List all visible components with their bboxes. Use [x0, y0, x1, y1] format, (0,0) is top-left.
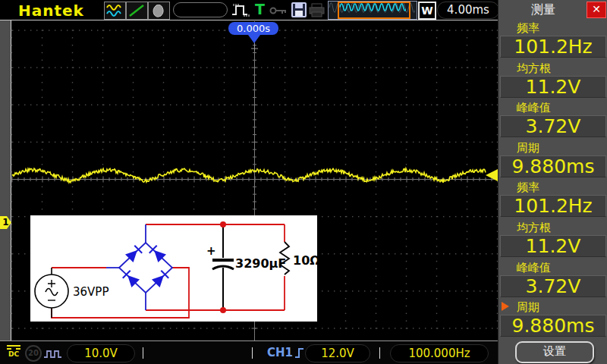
- w-mode-button[interactable]: W: [418, 2, 436, 20]
- measurement-label: 均方根: [498, 61, 607, 75]
- volts-per-div-readout[interactable]: 10.0V: [67, 344, 135, 362]
- divider: [252, 347, 253, 359]
- bottom-bar: DC 20 10.0V CH1 12.0V 100.000Hz: [0, 340, 498, 364]
- measurement-value: 11.2V: [500, 235, 606, 257]
- blob-icon: [149, 3, 168, 18]
- measurement-value: 101.2Hz: [500, 36, 606, 58]
- measure-sidebar: 测量 ✕ 频率101.2Hz均方根11.2V峰峰值3.72V周期9.880ms频…: [498, 0, 607, 364]
- oscilloscope-screen: Hantek T: [0, 0, 607, 364]
- lock-key-icon[interactable]: [269, 5, 291, 19]
- status-pill-empty: [173, 2, 228, 17]
- capacitor-polarity: +: [206, 244, 216, 258]
- resistor-label: 10Ω: [293, 253, 317, 268]
- circuit-inset: 36VPP + 3290µF 10Ω: [30, 215, 317, 322]
- trigger-t-indicator: T: [255, 1, 265, 17]
- channel-waveforms-button[interactable]: [104, 2, 126, 20]
- close-button[interactable]: ✕: [587, 2, 606, 18]
- waveform-preview-strip[interactable]: [328, 1, 417, 20]
- brand-logo: Hantek: [18, 2, 84, 20]
- hand-tool-button[interactable]: [148, 2, 170, 20]
- trigger-frequency-readout[interactable]: 100.000Hz: [390, 344, 489, 362]
- bandwidth-limit-icon[interactable]: 20: [25, 345, 42, 362]
- trigger-source-label[interactable]: CH1: [267, 346, 293, 359]
- cursor-line-button[interactable]: [126, 2, 148, 20]
- measurement-label: 峰峰值: [498, 261, 607, 275]
- source-label: 36VPP: [73, 285, 109, 299]
- circuit-schematic: 36VPP + 3290µF 10Ω: [30, 215, 317, 322]
- diagonal-line-icon: [127, 3, 146, 18]
- measurement-label: 周期: [498, 300, 607, 314]
- measurement-value: 101.2Hz: [500, 195, 606, 217]
- sidebar-header: 测量 ✕: [498, 0, 607, 19]
- measurement-label: 均方根: [498, 221, 607, 234]
- measurement-value: 11.2V: [500, 76, 606, 98]
- trigger-pulse-icon[interactable]: [231, 2, 252, 20]
- measurement-label: 周期: [498, 141, 607, 155]
- measurement-value: 9.880ms: [500, 315, 606, 337]
- selected-measure-arrow-icon: [502, 302, 509, 311]
- divider: [143, 347, 143, 359]
- trigger-position-pointer-icon[interactable]: [248, 35, 260, 43]
- printer-icon: [308, 2, 326, 18]
- measurement-label: 峰峰值: [498, 101, 607, 115]
- coupling-label: DC: [8, 350, 19, 358]
- measurement-label: 频率: [498, 180, 607, 194]
- capacitor-label: 3290µF: [235, 256, 286, 271]
- preview-cyan-wave: [339, 3, 406, 14]
- waveform-display: 1 0.000s: [0, 20, 498, 340]
- settings-button[interactable]: 设置: [515, 341, 594, 363]
- divider: [379, 347, 380, 359]
- measurement-value: 3.72V: [500, 115, 606, 137]
- top-bar: Hantek T: [0, 0, 498, 20]
- dual-wave-icon: [105, 3, 124, 18]
- measurement-label: 频率: [498, 21, 607, 35]
- squarewave-icon[interactable]: [43, 347, 64, 362]
- preview-selection-window[interactable]: [338, 2, 410, 19]
- floppy-disk-icon: [291, 2, 307, 18]
- measurement-value: 9.880ms: [500, 155, 606, 177]
- dc-coupling-icon[interactable]: DC: [5, 345, 22, 358]
- print-button[interactable]: [308, 2, 326, 21]
- measurement-value: 3.72V: [500, 275, 606, 297]
- timebase-readout[interactable]: 4.00ms: [437, 2, 499, 19]
- trigger-level-readout[interactable]: 12.0V: [305, 344, 370, 362]
- sidebar-title: 测量: [498, 2, 588, 18]
- save-button[interactable]: [291, 2, 307, 21]
- rising-edge-icon[interactable]: [294, 346, 305, 362]
- trigger-position-readout[interactable]: 0.000s: [228, 22, 278, 35]
